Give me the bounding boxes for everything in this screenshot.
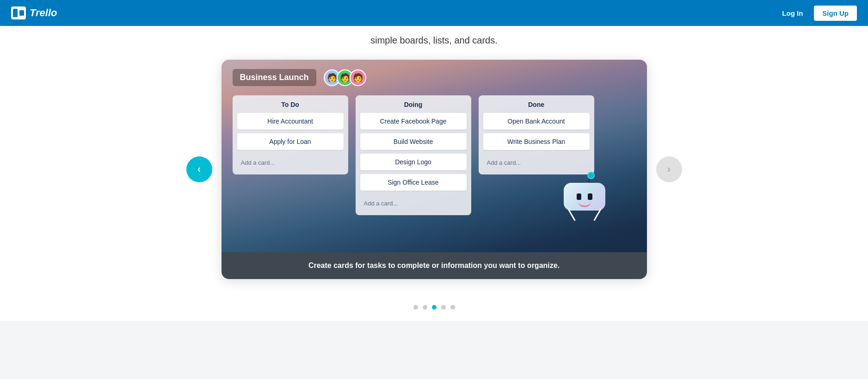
add-card-todo[interactable]: Add a card... (237, 156, 344, 169)
carousel-dot-1[interactable] (413, 305, 418, 310)
carousel-prev-button[interactable]: ‹ (186, 156, 212, 182)
carousel-dot-4[interactable] (441, 305, 446, 310)
mascot-eye-left (577, 193, 581, 200)
logo-bar-left (13, 9, 18, 17)
card-apply-for-loan[interactable]: Apply for Loan (237, 133, 344, 150)
mascot (550, 183, 610, 224)
hero-subtitle: simple boards, lists, and cards. (0, 35, 868, 46)
mascot-eye-right (588, 193, 592, 200)
list-title-doing: Doing (360, 101, 467, 108)
logo-text: Trello (30, 7, 57, 19)
logo-bar-right (19, 10, 24, 16)
navbar: Trello Log In Sign Up (0, 0, 868, 26)
carousel-dot-5[interactable] (450, 305, 455, 310)
carousel-dot-3[interactable] (432, 305, 437, 310)
card-hire-accountant[interactable]: Hire Accountant (237, 113, 344, 130)
mascot-body (564, 183, 605, 211)
board-footer: Create cards for tasks to complete or in… (222, 252, 647, 279)
carousel: ‹ Business Launch 🧑 🧑 🧑 T (0, 60, 868, 298)
list-todo: To Do Hire Accountant Apply for Loan Add… (233, 95, 348, 174)
list-title-done: Done (483, 101, 590, 108)
mascot-antenna (589, 174, 594, 183)
board-footer-text: Create cards for tasks to complete or in… (231, 261, 638, 270)
board-header: Business Launch 🧑 🧑 🧑 (233, 69, 636, 86)
chevron-left-icon: ‹ (197, 163, 201, 175)
board-avatars: 🧑 🧑 🧑 (324, 69, 366, 86)
board-background: Business Launch 🧑 🧑 🧑 To Do Hire Account… (222, 60, 647, 252)
list-done: Done Open Bank Account Write Business Pl… (479, 95, 594, 174)
board-title: Business Launch (233, 69, 316, 86)
signup-button[interactable]: Sign Up (814, 6, 857, 21)
mascot-smile (578, 201, 591, 207)
board-card: Business Launch 🧑 🧑 🧑 To Do Hire Account… (222, 60, 647, 279)
add-card-doing[interactable]: Add a card... (360, 197, 467, 210)
card-build-website[interactable]: Build Website (360, 133, 467, 150)
card-write-business-plan[interactable]: Write Business Plan (483, 133, 590, 150)
hero-section: simple boards, lists, and cards. ‹ Busin… (0, 26, 868, 321)
avatar-3: 🧑 (350, 69, 366, 86)
mascot-arms (564, 209, 605, 223)
list-title-todo: To Do (237, 101, 344, 108)
chevron-right-icon: › (667, 163, 671, 175)
card-open-bank-account[interactable]: Open Bank Account (483, 113, 590, 130)
logo-icon (11, 6, 26, 19)
carousel-dot-2[interactable] (423, 305, 427, 310)
card-sign-office-lease[interactable]: Sign Office Lease (360, 174, 467, 191)
add-card-done[interactable]: Add a card... (483, 156, 590, 169)
navbar-actions: Log In Sign Up (776, 6, 857, 21)
carousel-dots (0, 298, 868, 321)
logo: Trello (11, 6, 57, 19)
card-design-logo[interactable]: Design Logo (360, 154, 467, 170)
login-button[interactable]: Log In (776, 6, 808, 20)
list-doing: Doing Create Facebook Page Build Website… (356, 95, 471, 215)
carousel-next-button[interactable]: › (656, 156, 682, 182)
card-create-facebook[interactable]: Create Facebook Page (360, 113, 467, 130)
